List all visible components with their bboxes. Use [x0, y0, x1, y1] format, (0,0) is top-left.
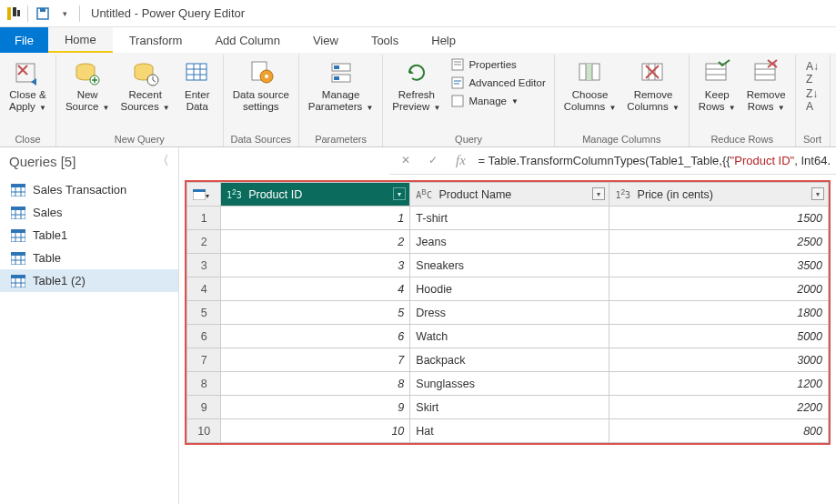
cell[interactable]: Hat	[410, 419, 609, 443]
row-number[interactable]: 2	[187, 230, 221, 254]
tab-tools[interactable]: Tools	[355, 27, 415, 53]
query-item[interactable]: Sales Transaction	[0, 178, 178, 201]
collapse-pane-button[interactable]: 〈	[156, 153, 169, 169]
table-row[interactable]: 77Backpack3000	[187, 348, 829, 372]
cell[interactable]: Backpack	[410, 348, 609, 372]
query-item[interactable]: Table	[0, 247, 178, 269]
table-row[interactable]: 11T-shirt1500	[187, 207, 829, 230]
data-source-settings-button[interactable]: Data source settings	[229, 56, 293, 115]
row-number[interactable]: 4	[187, 277, 221, 301]
tab-add-column[interactable]: Add Column	[198, 27, 297, 53]
fx-icon[interactable]: fx	[450, 151, 470, 171]
svg-rect-16	[186, 64, 206, 80]
refresh-preview-button[interactable]: Refresh Preview ▼	[388, 56, 444, 115]
sort-desc-button[interactable]: Z↓A	[806, 87, 818, 113]
filter-button[interactable]: ▾	[811, 187, 824, 200]
row-number[interactable]: 10	[187, 419, 221, 443]
table-row[interactable]: 66Watch5000	[187, 325, 829, 348]
new-source-button[interactable]: New Source ▼	[62, 56, 114, 115]
cell[interactable]: 8	[220, 372, 409, 396]
cell[interactable]: 800	[609, 419, 829, 443]
tab-view[interactable]: View	[297, 27, 355, 53]
grid-corner-button[interactable]: ▾	[187, 183, 221, 207]
sort-asc-button[interactable]: A↓Z	[806, 60, 819, 86]
table-row[interactable]: 33Sneakers3500	[187, 254, 829, 277]
cell[interactable]: T-shirt	[410, 207, 609, 230]
cell[interactable]: 3	[220, 254, 409, 277]
queries-title: Queries [5]	[9, 154, 76, 169]
sort-desc-icon: Z↓A	[806, 87, 818, 113]
cell[interactable]: 2200	[609, 396, 829, 419]
advanced-editor-icon	[450, 76, 465, 90]
cell[interactable]: 6	[220, 325, 409, 348]
cell[interactable]: Hoodie	[410, 277, 609, 301]
cell[interactable]: 9	[220, 396, 409, 419]
row-number[interactable]: 9	[187, 396, 221, 419]
cell[interactable]: Jeans	[410, 230, 609, 254]
row-number[interactable]: 1	[187, 207, 221, 230]
table-row[interactable]: 1010Hat800	[187, 419, 829, 443]
group-sort-label: Sort	[801, 132, 824, 146]
row-number[interactable]: 7	[187, 348, 221, 372]
save-button[interactable]	[33, 4, 53, 24]
column-header[interactable]: ABC Product Name▾	[410, 183, 609, 207]
cell[interactable]: 1200	[609, 372, 829, 396]
manage-parameters-button[interactable]: Manage Parameters ▼	[305, 56, 378, 115]
advanced-editor-button[interactable]: Advanced Editor	[448, 75, 548, 91]
cell[interactable]: 1500	[609, 207, 829, 230]
cell[interactable]: 5000	[609, 325, 829, 348]
cell[interactable]: 3500	[609, 254, 829, 277]
cell[interactable]: 7	[220, 348, 409, 372]
cell[interactable]: 4	[220, 277, 409, 301]
formula-text[interactable]: = Table.TransformColumnTypes(Table1_Tabl…	[478, 154, 831, 167]
query-label: Table1 (2)	[33, 274, 86, 287]
properties-button[interactable]: Properties	[448, 56, 548, 73]
cell[interactable]: 1800	[609, 301, 829, 325]
table-row[interactable]: 88Sunglasses1200	[187, 372, 829, 396]
tab-file[interactable]: File	[0, 27, 48, 53]
choose-columns-button[interactable]: Choose Columns ▼	[560, 56, 620, 115]
table-row[interactable]: 99Skirt2200	[187, 396, 829, 419]
row-number[interactable]: 5	[187, 301, 221, 325]
row-number[interactable]: 3	[187, 254, 221, 277]
recent-sources-button[interactable]: Recent Sources ▼	[116, 56, 173, 115]
cell[interactable]: 10	[220, 419, 409, 443]
close-apply-button[interactable]: Close & Apply ▼	[5, 56, 50, 115]
cell[interactable]: Skirt	[410, 396, 609, 419]
filter-button[interactable]: ▾	[393, 187, 406, 200]
cell[interactable]: 2500	[609, 230, 829, 254]
query-item[interactable]: Table1 (2)	[0, 269, 178, 292]
remove-columns-button[interactable]: Remove Columns ▼	[623, 56, 683, 115]
cell[interactable]: Sunglasses	[410, 372, 609, 396]
manage-button[interactable]: Manage ▼	[448, 93, 548, 109]
enter-data-button[interactable]: Enter Data	[177, 56, 217, 115]
qat-customize-button[interactable]: ▾	[55, 4, 75, 24]
tab-transform[interactable]: Transform	[113, 27, 199, 53]
filter-button[interactable]: ▾	[592, 187, 605, 200]
tab-help[interactable]: Help	[415, 27, 472, 53]
cell[interactable]: 3000	[609, 348, 829, 372]
cell[interactable]: Watch	[410, 325, 609, 348]
row-number[interactable]: 6	[187, 325, 221, 348]
remove-rows-button[interactable]: Remove Rows ▼	[743, 56, 790, 115]
keep-rows-button[interactable]: Keep Rows ▼	[695, 56, 740, 115]
cell[interactable]: 1	[220, 207, 409, 230]
commit-formula-button[interactable]: ✓	[423, 151, 443, 171]
table-row[interactable]: 22Jeans2500	[187, 230, 829, 254]
data-grid[interactable]: ▾123 Product ID▾ABC Product Name▾123 Pri…	[186, 182, 829, 443]
cell[interactable]: Sneakers	[410, 254, 609, 277]
row-number[interactable]: 8	[187, 372, 221, 396]
cell[interactable]: 2	[220, 230, 409, 254]
manage-icon	[450, 94, 465, 108]
column-header[interactable]: 123 Price (in cents)▾	[609, 183, 829, 207]
cancel-formula-button[interactable]: ✕	[396, 151, 416, 171]
cell[interactable]: 5	[220, 301, 409, 325]
table-row[interactable]: 55Dress1800	[187, 301, 829, 325]
query-item[interactable]: Sales	[0, 201, 178, 224]
cell[interactable]: 2000	[609, 277, 829, 301]
cell[interactable]: Dress	[410, 301, 609, 325]
table-row[interactable]: 44Hoodie2000	[187, 277, 829, 301]
tab-home[interactable]: Home	[48, 27, 113, 53]
query-item[interactable]: Table1	[0, 224, 178, 247]
column-header[interactable]: 123 Product ID▾	[220, 183, 409, 207]
